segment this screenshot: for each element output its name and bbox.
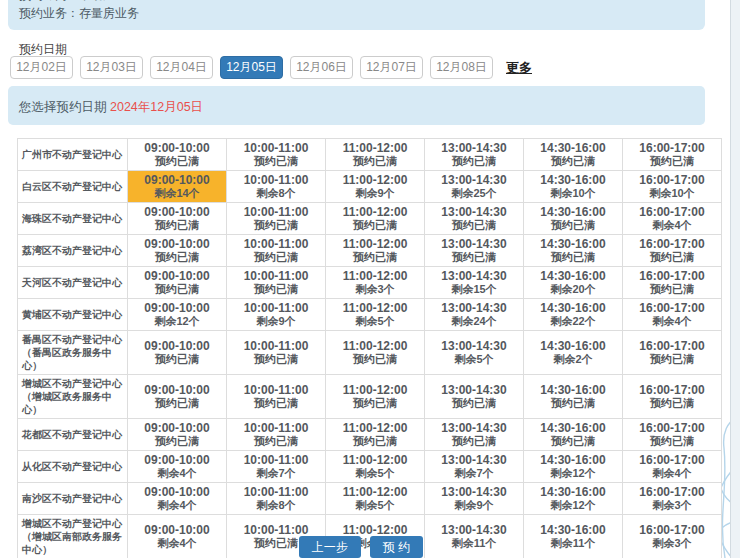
time-slot-cell: 09:00-10:00预约已满 (128, 375, 227, 419)
time-slot-cell[interactable]: 16:00-17:00剩余4个 (623, 299, 722, 331)
time-slot-cell: 13:00-14:30预约已满 (425, 235, 524, 267)
slot-time-label: 09:00-10:00 (129, 237, 225, 251)
time-slot-cell[interactable]: 13:00-14:30剩余7个 (425, 451, 524, 483)
center-name-cell: 荔湾区不动产登记中心 (18, 235, 128, 267)
time-slot-cell[interactable]: 09:00-10:00剩余4个 (128, 483, 227, 515)
table-row: 黄埔区不动产登记中心09:00-10:00剩余12个10:00-11:00剩余9… (18, 299, 722, 331)
previous-step-button[interactable]: 上一步 (299, 536, 361, 558)
date-button[interactable]: 12月07日 (360, 56, 423, 79)
slot-status-label: 预约已满 (129, 435, 225, 448)
time-slot-cell[interactable]: 11:00-12:00剩余3个 (326, 267, 425, 299)
slot-status-label: 预约已满 (525, 435, 621, 448)
slot-time-label: 16:00-17:00 (624, 485, 720, 499)
time-slot-cell[interactable]: 10:00-11:00剩余9个 (227, 299, 326, 331)
slot-time-label: 11:00-12:00 (327, 523, 423, 537)
slot-status-label: 剩余5个 (426, 353, 522, 366)
slot-status-label: 预约已满 (624, 353, 720, 366)
time-slot-cell[interactable]: 10:00-11:00剩余8个 (227, 483, 326, 515)
time-slot-cell[interactable]: 14:30-16:00剩余12个 (524, 483, 623, 515)
table-row: 广州市不动产登记中心09:00-10:00预约已满10:00-11:00预约已满… (18, 139, 722, 171)
time-slot-cell[interactable]: 16:00-17:00剩余4个 (623, 451, 722, 483)
slot-status-label: 剩余8个 (228, 187, 324, 200)
slot-time-label: 13:00-14:30 (426, 485, 522, 499)
time-slot-cell: 10:00-11:00预约已满 (227, 203, 326, 235)
time-slot-cell[interactable]: 13:00-14:30剩余15个 (425, 267, 524, 299)
time-slot-cell: 13:00-14:30预约已满 (425, 375, 524, 419)
center-name-cell: 白云区不动产登记中心 (18, 171, 128, 203)
slot-status-label: 剩余4个 (129, 467, 225, 480)
slot-time-label: 16:00-17:00 (624, 523, 720, 537)
slot-status-label: 预约已满 (228, 283, 324, 296)
date-button[interactable]: 12月02日 (10, 56, 73, 79)
table-row: 海珠区不动产登记中心09:00-10:00预约已满10:00-11:00预约已满… (18, 203, 722, 235)
time-slot-cell: 10:00-11:00预约已满 (227, 419, 326, 451)
slot-status-label: 剩余9个 (228, 315, 324, 328)
time-slot-cell[interactable]: 13:00-14:30剩余9个 (425, 483, 524, 515)
time-slot-cell[interactable]: 14:30-16:00剩余2个 (524, 331, 623, 375)
time-slot-cell[interactable]: 10:00-11:00剩余7个 (227, 451, 326, 483)
slot-status-label: 剩余15个 (426, 283, 522, 296)
time-slot-cell: 11:00-12:00预约已满 (326, 375, 425, 419)
table-row: 天河区不动产登记中心09:00-10:00预约已满10:00-11:00预约已满… (18, 267, 722, 299)
time-slot-cell[interactable]: 11:00-12:00剩余5个 (326, 451, 425, 483)
slot-status-label: 预约已满 (228, 353, 324, 366)
slot-time-label: 16:00-17:00 (624, 237, 720, 251)
slot-time-label: 16:00-17:00 (624, 301, 720, 315)
time-slot-cell[interactable]: 11:00-12:00剩余9个 (326, 171, 425, 203)
slot-status-label: 剩余8个 (228, 499, 324, 512)
slot-status-label: 剩余12个 (525, 499, 621, 512)
slot-time-label: 14:30-16:00 (525, 485, 621, 499)
slot-status-label: 预约已满 (624, 251, 720, 264)
time-slot-cell: 09:00-10:00预约已满 (128, 235, 227, 267)
time-slot-cell[interactable]: 14:30-16:00剩余10个 (524, 171, 623, 203)
slot-status-label: 预约已满 (129, 283, 225, 296)
time-slot-cell[interactable]: 09:00-10:00剩余12个 (128, 299, 227, 331)
slot-time-label: 09:00-10:00 (129, 421, 225, 435)
time-slot-cell: 14:30-16:00预约已满 (524, 139, 623, 171)
center-name-cell: 从化区不动产登记中心 (18, 451, 128, 483)
time-slot-cell[interactable]: 16:00-17:00剩余4个 (623, 203, 722, 235)
slot-time-label: 10:00-11:00 (228, 237, 324, 251)
slot-time-label: 14:30-16:00 (525, 173, 621, 187)
more-dates-link[interactable]: 更多 (506, 59, 532, 77)
slot-status-label: 预约已满 (228, 219, 324, 232)
slot-time-label: 10:00-11:00 (228, 383, 324, 397)
slot-status-label: 预约已满 (426, 397, 522, 410)
date-button[interactable]: 12月03日 (80, 56, 143, 79)
time-slot-cell[interactable]: 16:00-17:00剩余10个 (623, 171, 722, 203)
center-name-cell: 南沙区不动产登记中心 (18, 483, 128, 515)
time-slot-cell[interactable]: 13:00-14:30剩余24个 (425, 299, 524, 331)
slot-time-label: 13:00-14:30 (426, 237, 522, 251)
date-button[interactable]: 12月04日 (150, 56, 213, 79)
book-button[interactable]: 预 约 (370, 536, 423, 558)
time-slot-cell[interactable]: 10:00-11:00剩余8个 (227, 171, 326, 203)
time-slot-cell[interactable]: 14:30-16:00剩余12个 (524, 451, 623, 483)
slot-status-label: 剩余9个 (327, 187, 423, 200)
center-name-cell: 番禺区不动产登记中心（番禺区政务服务中心） (18, 331, 128, 375)
time-slot-cell-selected[interactable]: 09:00-10:00剩余14个 (128, 171, 227, 203)
slot-status-label: 预约已满 (129, 219, 225, 232)
time-slot-cell[interactable]: 16:00-17:00剩余3个 (623, 483, 722, 515)
time-slot-cell: 09:00-10:00预约已满 (128, 419, 227, 451)
time-slot-cell[interactable]: 14:30-16:00剩余20个 (524, 267, 623, 299)
slot-time-label: 16:00-17:00 (624, 173, 720, 187)
date-button[interactable]: 12月05日 (220, 56, 283, 79)
time-slot-cell[interactable]: 13:00-14:30剩余25个 (425, 171, 524, 203)
time-slot-cell[interactable]: 14:30-16:00剩余22个 (524, 299, 623, 331)
time-slot-cell: 11:00-12:00预约已满 (326, 331, 425, 375)
time-slot-cell: 10:00-11:00预约已满 (227, 375, 326, 419)
slot-time-label: 13:00-14:30 (426, 383, 522, 397)
slot-time-label: 16:00-17:00 (624, 383, 720, 397)
slot-status-label: 剩余24个 (426, 315, 522, 328)
date-button[interactable]: 12月08日 (430, 56, 493, 79)
time-slot-cell[interactable]: 09:00-10:00剩余4个 (128, 451, 227, 483)
time-slot-cell: 09:00-10:00预约已满 (128, 139, 227, 171)
selected-date-banner: 您选择预约日期 2024年12月05日 (8, 86, 705, 125)
time-slot-cell[interactable]: 13:00-14:30剩余5个 (425, 331, 524, 375)
slot-time-label: 11:00-12:00 (327, 485, 423, 499)
date-button[interactable]: 12月06日 (290, 56, 353, 79)
time-slot-cell[interactable]: 11:00-12:00剩余5个 (326, 299, 425, 331)
slot-status-label: 剩余5个 (327, 467, 423, 480)
selected-date-value: 2024年12月05日 (110, 100, 203, 114)
time-slot-cell[interactable]: 11:00-12:00剩余5个 (326, 483, 425, 515)
